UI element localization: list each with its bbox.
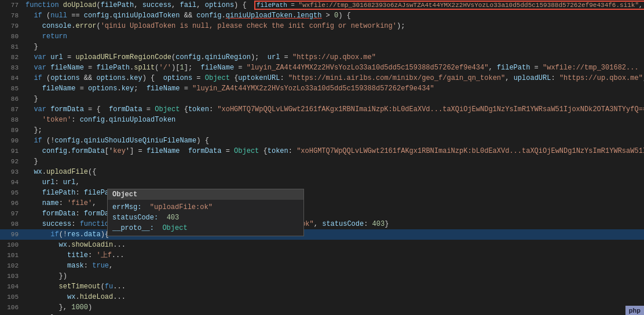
line-content-80: return: [23, 31, 644, 42]
line-content-88: 'token': config.qiniuUploadToken: [23, 115, 644, 125]
line-number-80: 80: [0, 31, 23, 42]
code-line-91: 91 config.formData['key'] = fileName for…: [0, 146, 644, 156]
code-line-103: 103 }): [0, 271, 644, 281]
options-param: options: [205, 1, 234, 9]
code-editor: 77 function doUpload(filePath, success, …: [0, 0, 644, 315]
line-number-99: 99: [0, 229, 23, 240]
line-number-96: 96: [0, 198, 23, 208]
line-content-81: }: [23, 42, 644, 52]
line-content-83: var fileName = filePath.split('/')[1]; f…: [23, 63, 644, 73]
line-content-85: fileName = options.key; fileName = "luyi…: [23, 83, 644, 94]
code-line-93: 93 wx.uploadFile({: [0, 167, 644, 177]
code-line-88: 88 'token': config.qiniuUploadToken: [0, 115, 644, 125]
line-number-97: 97: [0, 208, 23, 219]
code-line-84: 84 if (options && options.key) { options…: [0, 73, 644, 83]
code-line-104: 104 setTimeout(fu...: [0, 281, 644, 292]
code-line-82: 82 var url = uploadURLFromRegionCode(con…: [0, 52, 644, 63]
code-line-94: 94 url: url,: [0, 177, 644, 188]
tooltip-val-statuscode: 403: [167, 214, 180, 222]
line-number-85: 85: [0, 83, 23, 94]
code-line-96: 96 name: 'file',: [0, 198, 644, 208]
code-line-95: 95 filePath: filePath,: [0, 188, 644, 198]
tooltip-body: errMsg: "uploadFile:ok" statusCode: 403 …: [108, 200, 303, 236]
line-content-84: if (options && options.key) { options = …: [23, 73, 644, 83]
code-line-105: 105 wx.hideLoad...: [0, 292, 644, 302]
line-number-90: 90: [0, 135, 23, 146]
line-number-89: 89: [0, 125, 23, 135]
line-number-77: 77: [0, 0, 23, 10]
line-content-93: wx.uploadFile({: [23, 167, 644, 177]
code-line-98: 98 success: function (res) { res = Objec…: [0, 219, 644, 229]
code-line-99: 99 if(!res.data){: [0, 229, 644, 240]
tooltip-key-statuscode: statusCode:: [112, 214, 158, 222]
code-line-89: 89 };: [0, 125, 644, 135]
line-content-78: if (null == config.qiniuUploadToken && c…: [23, 10, 644, 21]
line-content-90: if (!config.qiniuShouldUseQiniuFileName)…: [23, 135, 644, 146]
line-content-89: };: [23, 125, 644, 135]
tooltip-key-proto: __proto__:: [112, 224, 154, 232]
line-content-82: var url = uploadURLFromRegionCode(config…: [23, 52, 644, 63]
line-number-106: 106: [0, 302, 23, 313]
code-line-81: 81 }: [0, 42, 644, 52]
code-line-77: 77 function doUpload(filePath, success, …: [0, 0, 644, 10]
line-number-94: 94: [0, 177, 23, 188]
line-content-101: title: '上f...: [23, 250, 644, 261]
line-number-79: 79: [0, 21, 23, 31]
line-number-87: 87: [0, 104, 23, 115]
php-language-badge: php: [625, 306, 644, 315]
line-number-100: 100: [0, 240, 23, 250]
line-number-83: 83: [0, 63, 23, 73]
line-number-81: 81: [0, 42, 23, 52]
line-number-78: 78: [0, 10, 23, 21]
line-number-102: 102: [0, 261, 23, 271]
code-line-101: 101 title: '上f...: [0, 250, 644, 261]
line-number-82: 82: [0, 52, 23, 63]
code-line-80: 80 return: [0, 31, 644, 42]
line-content-91: config.formData['key'] = fileName formDa…: [23, 146, 644, 156]
code-line-90: 90 if (!config.qiniuShouldUseQiniuFileNa…: [0, 135, 644, 146]
line-number-88: 88: [0, 115, 23, 125]
tooltip-val-errmsg: "uploadFile:ok": [150, 203, 213, 211]
code-line-100: 100 wx.showLoadin...: [0, 240, 644, 250]
line-content-106: }, 1000): [23, 302, 644, 313]
code-line-86: 86 }: [0, 94, 644, 104]
line-number-86: 86: [0, 94, 23, 104]
line-content-100: wx.showLoadin...: [23, 240, 644, 250]
tooltip-row-errmsg: errMsg: "uploadFile:ok": [112, 202, 299, 213]
line-number-91: 91: [0, 146, 23, 156]
line-content-94: url: url,: [23, 177, 644, 188]
line-content-105: wx.hideLoad...: [23, 292, 644, 302]
code-line-107: 107 }: [0, 313, 644, 315]
code-line-102: 102 mask: true,: [0, 261, 644, 271]
code-line-83: 83 var fileName = filePath.split('/')[1]…: [0, 63, 644, 73]
tooltip-row-proto: __proto__: Object: [112, 223, 299, 233]
line-number-95: 95: [0, 188, 23, 198]
line-number-107: 107: [0, 313, 23, 315]
line-number-93: 93: [0, 167, 23, 177]
tooltip-key-errmsg: errMsg:: [112, 203, 141, 211]
line-content-92: }: [23, 156, 644, 167]
line-number-101: 101: [0, 250, 23, 261]
code-line-106: 106 }, 1000): [0, 302, 644, 313]
line-content-102: mask: true,: [23, 261, 644, 271]
line-content-104: setTimeout(fu...: [23, 281, 644, 292]
line-content-77: function doUpload(filePath, success, fai…: [23, 0, 644, 10]
code-line-79: 79 console.error('qiniu UploadToken is n…: [0, 21, 644, 31]
tooltip-header: Object: [108, 189, 303, 200]
code-lines: 77 function doUpload(filePath, success, …: [0, 0, 644, 315]
tooltip-row-statuscode: statusCode: 403: [112, 213, 299, 223]
code-line-92: 92 }: [0, 156, 644, 167]
line-content-107: }: [23, 313, 644, 315]
code-line-87: 87 var formData = { formData = Object {t…: [0, 104, 644, 115]
line-number-105: 105: [0, 292, 23, 302]
code-line-85: 85 fileName = options.key; fileName = "l…: [0, 83, 644, 94]
line-content-103: }): [23, 271, 644, 281]
debug-tooltip: Object errMsg: "uploadFile:ok" statusCod…: [107, 189, 304, 236]
line-number-103: 103: [0, 271, 23, 281]
line-content-79: console.error('qiniu UploadToken is null…: [23, 21, 644, 31]
tooltip-val-proto: Object: [162, 224, 187, 232]
line-number-84: 84: [0, 73, 23, 83]
line-content-86: }: [23, 94, 644, 104]
code-line-78: 78 if (null == config.qiniuUploadToken &…: [0, 10, 644, 21]
line-content-87: var formData = { formData = Object {toke…: [23, 104, 644, 115]
